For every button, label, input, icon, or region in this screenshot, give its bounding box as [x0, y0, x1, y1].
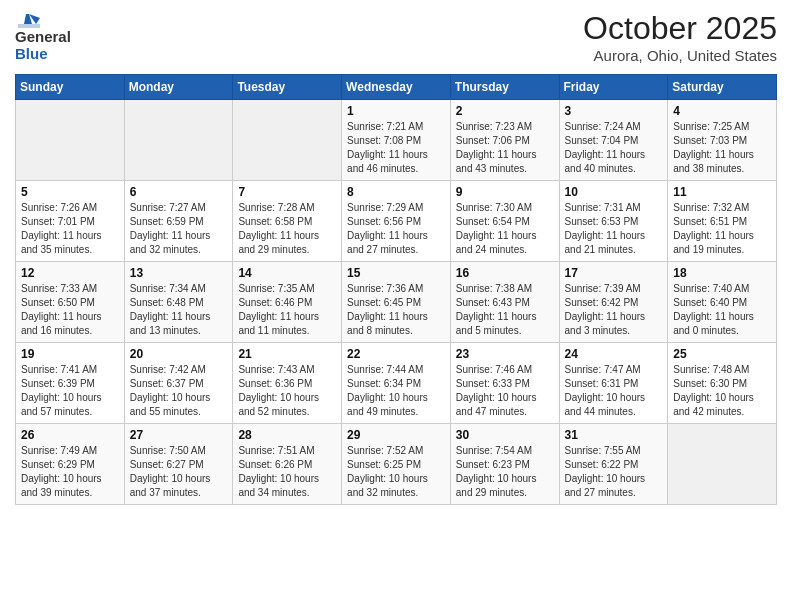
day-number: 28 — [238, 428, 336, 442]
day-info: Sunrise: 7:28 AM Sunset: 6:58 PM Dayligh… — [238, 201, 336, 257]
calendar-cell: 18Sunrise: 7:40 AM Sunset: 6:40 PM Dayli… — [668, 262, 777, 343]
day-number: 13 — [130, 266, 228, 280]
day-info: Sunrise: 7:21 AM Sunset: 7:08 PM Dayligh… — [347, 120, 445, 176]
calendar-cell: 5Sunrise: 7:26 AM Sunset: 7:01 PM Daylig… — [16, 181, 125, 262]
calendar-header: SundayMondayTuesdayWednesdayThursdayFrid… — [16, 75, 777, 100]
day-number: 27 — [130, 428, 228, 442]
day-number: 14 — [238, 266, 336, 280]
day-info: Sunrise: 7:40 AM Sunset: 6:40 PM Dayligh… — [673, 282, 771, 338]
header-row: SundayMondayTuesdayWednesdayThursdayFrid… — [16, 75, 777, 100]
page: General Blue October 2025 Aurora, Ohio, … — [0, 0, 792, 612]
day-info: Sunrise: 7:47 AM Sunset: 6:31 PM Dayligh… — [565, 363, 663, 419]
calendar-cell: 14Sunrise: 7:35 AM Sunset: 6:46 PM Dayli… — [233, 262, 342, 343]
calendar-cell: 24Sunrise: 7:47 AM Sunset: 6:31 PM Dayli… — [559, 343, 668, 424]
header-cell-saturday: Saturday — [668, 75, 777, 100]
header-cell-monday: Monday — [124, 75, 233, 100]
calendar-cell: 2Sunrise: 7:23 AM Sunset: 7:06 PM Daylig… — [450, 100, 559, 181]
svg-marker-2 — [18, 24, 40, 28]
day-number: 9 — [456, 185, 554, 199]
calendar-subtitle: Aurora, Ohio, United States — [583, 47, 777, 64]
day-number: 21 — [238, 347, 336, 361]
day-info: Sunrise: 7:27 AM Sunset: 6:59 PM Dayligh… — [130, 201, 228, 257]
day-info: Sunrise: 7:38 AM Sunset: 6:43 PM Dayligh… — [456, 282, 554, 338]
day-number: 16 — [456, 266, 554, 280]
calendar-cell: 11Sunrise: 7:32 AM Sunset: 6:51 PM Dayli… — [668, 181, 777, 262]
day-number: 29 — [347, 428, 445, 442]
calendar-cell: 17Sunrise: 7:39 AM Sunset: 6:42 PM Dayli… — [559, 262, 668, 343]
day-number: 2 — [456, 104, 554, 118]
day-number: 15 — [347, 266, 445, 280]
calendar-row: 12Sunrise: 7:33 AM Sunset: 6:50 PM Dayli… — [16, 262, 777, 343]
day-number: 25 — [673, 347, 771, 361]
calendar-row: 19Sunrise: 7:41 AM Sunset: 6:39 PM Dayli… — [16, 343, 777, 424]
day-info: Sunrise: 7:52 AM Sunset: 6:25 PM Dayligh… — [347, 444, 445, 500]
day-info: Sunrise: 7:46 AM Sunset: 6:33 PM Dayligh… — [456, 363, 554, 419]
header-cell-thursday: Thursday — [450, 75, 559, 100]
day-number: 4 — [673, 104, 771, 118]
day-info: Sunrise: 7:51 AM Sunset: 6:26 PM Dayligh… — [238, 444, 336, 500]
header: General Blue October 2025 Aurora, Ohio, … — [15, 10, 777, 64]
calendar-body: 1Sunrise: 7:21 AM Sunset: 7:08 PM Daylig… — [16, 100, 777, 505]
header-cell-friday: Friday — [559, 75, 668, 100]
title-block: October 2025 Aurora, Ohio, United States — [583, 10, 777, 64]
calendar-cell — [124, 100, 233, 181]
day-info: Sunrise: 7:33 AM Sunset: 6:50 PM Dayligh… — [21, 282, 119, 338]
day-info: Sunrise: 7:23 AM Sunset: 7:06 PM Dayligh… — [456, 120, 554, 176]
day-info: Sunrise: 7:34 AM Sunset: 6:48 PM Dayligh… — [130, 282, 228, 338]
calendar-cell: 26Sunrise: 7:49 AM Sunset: 6:29 PM Dayli… — [16, 424, 125, 505]
logo: General Blue — [15, 10, 71, 63]
day-number: 3 — [565, 104, 663, 118]
calendar-cell: 31Sunrise: 7:55 AM Sunset: 6:22 PM Dayli… — [559, 424, 668, 505]
day-number: 24 — [565, 347, 663, 361]
day-info: Sunrise: 7:32 AM Sunset: 6:51 PM Dayligh… — [673, 201, 771, 257]
calendar-title: October 2025 — [583, 10, 777, 47]
calendar-cell: 15Sunrise: 7:36 AM Sunset: 6:45 PM Dayli… — [342, 262, 451, 343]
day-number: 31 — [565, 428, 663, 442]
day-number: 12 — [21, 266, 119, 280]
calendar-cell — [233, 100, 342, 181]
day-info: Sunrise: 7:24 AM Sunset: 7:04 PM Dayligh… — [565, 120, 663, 176]
calendar-cell: 3Sunrise: 7:24 AM Sunset: 7:04 PM Daylig… — [559, 100, 668, 181]
calendar-cell — [16, 100, 125, 181]
calendar-cell: 12Sunrise: 7:33 AM Sunset: 6:50 PM Dayli… — [16, 262, 125, 343]
day-info: Sunrise: 7:48 AM Sunset: 6:30 PM Dayligh… — [673, 363, 771, 419]
calendar-cell: 8Sunrise: 7:29 AM Sunset: 6:56 PM Daylig… — [342, 181, 451, 262]
calendar-cell — [668, 424, 777, 505]
day-info: Sunrise: 7:43 AM Sunset: 6:36 PM Dayligh… — [238, 363, 336, 419]
day-number: 19 — [21, 347, 119, 361]
day-number: 20 — [130, 347, 228, 361]
day-info: Sunrise: 7:42 AM Sunset: 6:37 PM Dayligh… — [130, 363, 228, 419]
calendar-cell: 1Sunrise: 7:21 AM Sunset: 7:08 PM Daylig… — [342, 100, 451, 181]
calendar-cell: 29Sunrise: 7:52 AM Sunset: 6:25 PM Dayli… — [342, 424, 451, 505]
day-number: 11 — [673, 185, 771, 199]
day-number: 23 — [456, 347, 554, 361]
day-number: 17 — [565, 266, 663, 280]
day-info: Sunrise: 7:54 AM Sunset: 6:23 PM Dayligh… — [456, 444, 554, 500]
calendar-cell: 7Sunrise: 7:28 AM Sunset: 6:58 PM Daylig… — [233, 181, 342, 262]
calendar-cell: 22Sunrise: 7:44 AM Sunset: 6:34 PM Dayli… — [342, 343, 451, 424]
day-number: 10 — [565, 185, 663, 199]
day-info: Sunrise: 7:26 AM Sunset: 7:01 PM Dayligh… — [21, 201, 119, 257]
calendar-cell: 6Sunrise: 7:27 AM Sunset: 6:59 PM Daylig… — [124, 181, 233, 262]
day-info: Sunrise: 7:41 AM Sunset: 6:39 PM Dayligh… — [21, 363, 119, 419]
calendar-cell: 9Sunrise: 7:30 AM Sunset: 6:54 PM Daylig… — [450, 181, 559, 262]
calendar-cell: 13Sunrise: 7:34 AM Sunset: 6:48 PM Dayli… — [124, 262, 233, 343]
day-info: Sunrise: 7:31 AM Sunset: 6:53 PM Dayligh… — [565, 201, 663, 257]
header-cell-wednesday: Wednesday — [342, 75, 451, 100]
day-number: 1 — [347, 104, 445, 118]
calendar-cell: 16Sunrise: 7:38 AM Sunset: 6:43 PM Dayli… — [450, 262, 559, 343]
day-info: Sunrise: 7:49 AM Sunset: 6:29 PM Dayligh… — [21, 444, 119, 500]
calendar-cell: 10Sunrise: 7:31 AM Sunset: 6:53 PM Dayli… — [559, 181, 668, 262]
day-number: 26 — [21, 428, 119, 442]
calendar-cell: 20Sunrise: 7:42 AM Sunset: 6:37 PM Dayli… — [124, 343, 233, 424]
calendar-row: 1Sunrise: 7:21 AM Sunset: 7:08 PM Daylig… — [16, 100, 777, 181]
day-number: 30 — [456, 428, 554, 442]
day-info: Sunrise: 7:39 AM Sunset: 6:42 PM Dayligh… — [565, 282, 663, 338]
day-info: Sunrise: 7:25 AM Sunset: 7:03 PM Dayligh… — [673, 120, 771, 176]
day-info: Sunrise: 7:35 AM Sunset: 6:46 PM Dayligh… — [238, 282, 336, 338]
logo-icon — [18, 10, 40, 28]
day-info: Sunrise: 7:55 AM Sunset: 6:22 PM Dayligh… — [565, 444, 663, 500]
calendar-cell: 27Sunrise: 7:50 AM Sunset: 6:27 PM Dayli… — [124, 424, 233, 505]
header-cell-sunday: Sunday — [16, 75, 125, 100]
day-info: Sunrise: 7:44 AM Sunset: 6:34 PM Dayligh… — [347, 363, 445, 419]
